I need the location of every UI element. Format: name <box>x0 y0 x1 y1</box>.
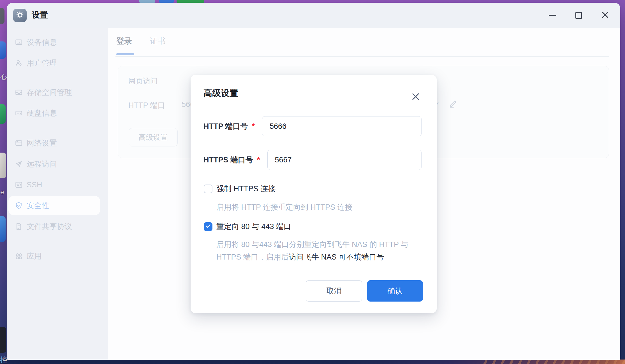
gear-icon <box>16 11 24 20</box>
maximize-icon <box>575 12 582 19</box>
force-https-label: 强制 HTTPS 连接 <box>216 184 276 194</box>
sidebar-item-user-manage[interactable]: 用户管理 <box>7 54 108 72</box>
apps-grid-icon <box>15 252 23 260</box>
close-icon <box>601 11 609 20</box>
settings-window: 设置 设备信息 <box>7 3 620 360</box>
sidebar-item-label: 文件共享协议 <box>27 221 72 232</box>
sidebar-item-label: 用户管理 <box>27 58 57 68</box>
section-title: 网页访问 <box>128 76 158 86</box>
redirect-ports-label: 重定向 80 与 443 端口 <box>216 221 291 232</box>
close-icon <box>411 97 420 102</box>
wallpaper-bottom-strip <box>0 360 625 364</box>
http-port-field-row: HTTP 端口号 * <box>191 116 437 136</box>
sidebar-item-ssh[interactable]: SSH <box>7 176 108 194</box>
tab-certificate[interactable]: 证书 <box>150 36 166 46</box>
sidebar-item-label: 存储空间管理 <box>27 87 72 97</box>
desktop-icon-label: 控 <box>0 355 8 364</box>
sidebar: 设备信息 用户管理 存储空间管理 硬盘信息 <box>7 28 108 360</box>
minimize-icon <box>549 15 556 16</box>
tabs-separator <box>115 56 609 57</box>
sidebar-item-storage-space[interactable]: 存储空间管理 <box>7 83 108 101</box>
sidebar-item-label: 硬盘信息 <box>27 108 57 118</box>
sidebar-item-network[interactable]: 网络设置 <box>7 134 108 152</box>
background-window-corner <box>0 8 4 24</box>
http-port-label: HTTP 端口 <box>128 100 165 110</box>
help-strong-text: 访问飞牛 NAS 可不填端口号 <box>289 253 384 261</box>
sidebar-item-label: 安全性 <box>27 200 49 211</box>
redirect-ports-checkbox-row[interactable]: 重定向 80 与 443 端口 <box>204 221 291 232</box>
window-title: 设置 <box>32 10 48 21</box>
checkmark-icon <box>205 223 211 230</box>
tab-login[interactable]: 登录 <box>116 36 132 46</box>
desktop-icon-fragment <box>0 153 6 178</box>
advanced-settings-button[interactable]: 高级设置 <box>129 128 178 146</box>
maximize-button[interactable] <box>574 11 583 20</box>
cancel-button[interactable]: 取消 <box>306 280 362 302</box>
https-port-input[interactable] <box>267 150 422 170</box>
https-port-field-row: HTTPS 端口号 * <box>191 150 437 170</box>
sidebar-item-label: 远程访问 <box>27 159 57 169</box>
dialog-close-button[interactable] <box>411 92 420 101</box>
sidebar-item-device-info[interactable]: 设备信息 <box>7 33 108 51</box>
wallpaper-stripes <box>479 360 625 364</box>
sidebar-item-apps[interactable]: 应用 <box>7 247 108 265</box>
force-https-help-text: 启用将 HTTP 连接重定向到 HTTPS 连接 <box>216 201 353 214</box>
http-port-input[interactable] <box>262 116 422 136</box>
sidebar-item-hard-disk[interactable]: 硬盘信息 <box>7 104 108 122</box>
security-shield-icon <box>15 201 23 210</box>
http-port-field-label: HTTP 端口号 <box>203 121 248 131</box>
sidebar-item-label: 应用 <box>27 251 42 261</box>
minimize-button[interactable] <box>548 11 557 20</box>
ssh-icon <box>15 181 23 189</box>
redirect-ports-help-text: 启用将 80 与443 端口分别重定向到飞牛 NAS 的 HTTP 与 HTTP… <box>216 238 420 263</box>
hard-disk-icon <box>15 109 23 117</box>
force-https-checkbox[interactable] <box>204 185 212 193</box>
sidebar-item-label: 设备信息 <box>27 37 57 47</box>
desktop-icon-fragment <box>0 327 6 353</box>
redirect-ports-checkbox[interactable] <box>204 222 212 231</box>
desktop-icon-label: 心 <box>0 72 7 81</box>
close-button[interactable] <box>601 11 610 20</box>
required-mark: * <box>257 156 260 164</box>
desktop-icon-fragment <box>0 104 6 124</box>
device-info-icon <box>15 38 23 46</box>
edit-ports-button[interactable] <box>448 98 459 109</box>
storage-space-icon <box>15 88 23 97</box>
desktop-icon-fragment <box>0 216 6 242</box>
app-logo <box>13 9 27 22</box>
https-port-field-label: HTTPS 端口号 <box>203 155 253 165</box>
sidebar-item-label: SSH <box>27 181 42 189</box>
sidebar-item-remote-access[interactable]: 远程访问 <box>7 155 108 173</box>
sidebar-item-security[interactable]: 安全性 <box>7 197 108 214</box>
sidebar-item-file-share[interactable]: 文件共享协议 <box>7 218 108 235</box>
file-share-icon <box>15 222 23 231</box>
active-tab-underline <box>116 53 134 55</box>
window-controls <box>548 3 610 28</box>
dialog-title: 高级设置 <box>203 87 238 99</box>
desktop-icon-fragment <box>0 41 6 59</box>
edit-pencil-icon <box>448 105 459 109</box>
titlebar: 设置 <box>7 3 620 28</box>
desktop-icon-label: e <box>0 188 4 196</box>
wallpaper-right-edge <box>620 0 625 364</box>
force-https-checkbox-row[interactable]: 强制 HTTPS 连接 <box>204 184 276 194</box>
confirm-button[interactable]: 确认 <box>367 280 423 302</box>
user-manage-icon <box>15 59 23 67</box>
sidebar-item-label: 网络设置 <box>27 138 57 148</box>
required-mark: * <box>252 122 255 131</box>
advanced-settings-dialog: 高级设置 HTTP 端口号 * HTTPS 端口号 * 强制 HTTPS 连接 … <box>191 75 437 313</box>
remote-access-icon <box>15 160 23 168</box>
network-icon <box>15 139 23 147</box>
